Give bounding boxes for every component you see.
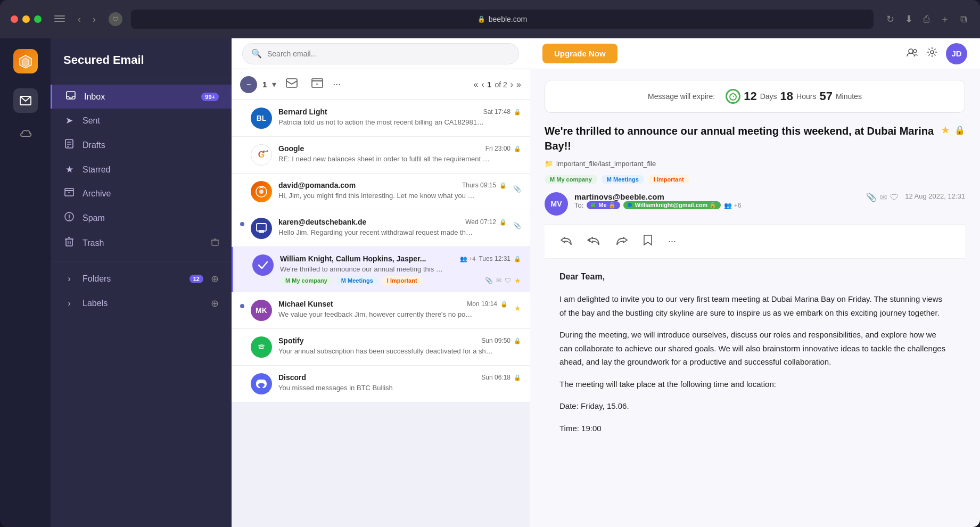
- prev-page-button[interactable]: ‹: [481, 80, 484, 89]
- tag-meetings: M Meetings: [336, 276, 378, 285]
- deselect-button[interactable]: −: [240, 76, 257, 93]
- save-button[interactable]: [639, 231, 656, 252]
- icon-nav-email[interactable]: [13, 88, 38, 113]
- last-page-button[interactable]: »: [516, 80, 521, 89]
- search-bar[interactable]: 🔍: [242, 43, 519, 64]
- search-input[interactable]: [267, 50, 510, 58]
- forward-button[interactable]: ›: [88, 12, 100, 27]
- sender-name: martinovs@beeble.com: [574, 192, 860, 201]
- email-subject-row: We're thrilled to announce our annual me…: [545, 123, 965, 153]
- address-bar[interactable]: 🔒 beeble.com: [131, 10, 874, 29]
- back-button[interactable]: ‹: [73, 12, 85, 27]
- email-preview: We're thrilled to announce our annual me…: [280, 265, 521, 273]
- sent-label: Sent: [83, 116, 219, 126]
- svg-point-27: [259, 190, 263, 194]
- email-item[interactable]: MK Michael Kunset Mon 19:14 🔒 We value y…: [232, 292, 530, 329]
- email-item[interactable]: Spotify Sun 09:50 🔒 Your annual subscrip…: [232, 329, 530, 366]
- email-item[interactable]: david@pomanda.com Thurs 09:15 🔒 Hi, Jim,…: [232, 174, 530, 210]
- archive-icon: [63, 188, 75, 199]
- email-actions-bar: ···: [545, 224, 965, 259]
- lock-icon: 🔒: [514, 256, 521, 262]
- shield-icon: 🛡: [109, 12, 122, 26]
- icon-nav-cloud[interactable]: [13, 121, 38, 146]
- next-page-button[interactable]: ›: [510, 80, 513, 89]
- folders-chevron-icon: ›: [63, 274, 75, 284]
- first-page-button[interactable]: «: [473, 80, 478, 89]
- tag-important: I Important: [382, 276, 423, 285]
- subject-lock-icon: 🔒: [954, 125, 965, 135]
- svg-rect-29: [259, 230, 264, 233]
- more-actions-button[interactable]: ···: [665, 233, 679, 250]
- hours-unit: Hours: [796, 92, 816, 101]
- share-button[interactable]: ⎙: [921, 12, 932, 27]
- minimize-button[interactable]: [22, 15, 30, 23]
- close-button[interactable]: [11, 15, 18, 23]
- sidebar-header: Secured Email: [51, 38, 232, 78]
- email-item[interactable]: karen@deutschebank.de Wed 07:12 🔒 Hello …: [232, 210, 530, 247]
- security-indicator-icon: 🛡: [890, 193, 899, 202]
- toolbar-more-button[interactable]: ···: [333, 79, 341, 90]
- contacts-button[interactable]: [907, 47, 918, 60]
- email-preview: We value your feedback Jim, however curr…: [278, 310, 508, 318]
- reader-tag-meetings: M Meetings: [602, 175, 644, 184]
- archive-toolbar-button[interactable]: [307, 76, 327, 93]
- sidebar-item-drafts[interactable]: Drafts: [51, 133, 232, 158]
- sidebar-item-spam[interactable]: Spam: [51, 205, 232, 230]
- to-me-badge: Me 🔒: [587, 201, 620, 209]
- reader-tag-company: M My company: [545, 175, 597, 184]
- spam-icon: [63, 212, 75, 224]
- top-bar: Upgrade Now: [530, 38, 980, 69]
- select-dropdown-button[interactable]: ▾: [272, 79, 276, 89]
- upgrade-button[interactable]: Upgrade Now: [542, 44, 617, 63]
- sidebar-toggle-button[interactable]: [54, 15, 65, 23]
- to-william-badge: Williamknight@gmail.com 🔒: [623, 201, 721, 209]
- sidebar-item-trash[interactable]: Trash: [51, 230, 232, 256]
- folders-add-icon[interactable]: ⊕: [211, 273, 219, 285]
- download-button[interactable]: ⬇: [903, 11, 915, 27]
- sidebar-item-starred[interactable]: ★ Starred: [51, 158, 232, 182]
- url-text: beeble.com: [489, 15, 527, 23]
- subject-star-icon[interactable]: ★: [941, 123, 950, 136]
- mark-read-button[interactable]: [282, 76, 302, 93]
- reply-all-button[interactable]: [584, 232, 604, 251]
- reply-button[interactable]: [557, 232, 575, 251]
- email-item[interactable]: G Google Fri 23:00 🔒 RE: I need new bala…: [232, 137, 530, 174]
- nav-sidebar: Secured Email Inbox 99+ ➤ Sent: [51, 38, 232, 527]
- user-avatar[interactable]: JD: [946, 43, 967, 64]
- email-time: Fri 23:00: [485, 145, 510, 152]
- email-para3: The meeting will take place at the follo…: [559, 377, 950, 391]
- labels-add-icon[interactable]: ⊕: [211, 298, 219, 309]
- email-item[interactable]: Discord Sun 06:18 🔒 You missed messages …: [232, 366, 530, 402]
- search-icon: 🔍: [251, 48, 262, 59]
- maximize-button[interactable]: [34, 15, 42, 23]
- sidebar-section-folders[interactable]: › Folders 12 ⊕: [51, 267, 232, 291]
- forward-button[interactable]: [613, 232, 631, 251]
- sidebar-section-labels[interactable]: › Labels ⊕: [51, 291, 232, 316]
- email-content: Bernard Light Sat 17:48 🔒 Patricia told …: [278, 108, 521, 126]
- new-tab-button[interactable]: ＋: [938, 11, 952, 28]
- reload-button[interactable]: ↻: [886, 13, 894, 25]
- read-indicator-icon: ✉: [880, 192, 887, 202]
- sidebar-item-archive[interactable]: Archive: [51, 182, 232, 205]
- page-of: of 2: [495, 80, 507, 89]
- subject-icons: ★ 🔒: [941, 123, 965, 136]
- email-item[interactable]: BL Bernard Light Sat 17:48 🔒 Patricia to…: [232, 100, 530, 137]
- reader-tag-important: I Important: [648, 175, 689, 184]
- svg-rect-9: [65, 188, 73, 191]
- email-sender: Discord: [278, 373, 306, 382]
- timer-icon: [726, 89, 740, 104]
- hours-number: 18: [780, 89, 793, 103]
- email-tags: M My company M Meetings I Important 📎 ✉ …: [280, 276, 521, 285]
- sidebar-item-sent[interactable]: ➤ Sent: [51, 109, 232, 133]
- email-time: Sat 17:48: [483, 108, 510, 116]
- labels-label: Labels: [83, 299, 203, 308]
- email-item[interactable]: William Knight, Callum Hopkins, Jasper..…: [232, 247, 530, 292]
- email-sender: karen@deutschebank.de: [278, 218, 366, 226]
- minutes-unit: Minutes: [836, 92, 862, 101]
- settings-button[interactable]: [927, 47, 937, 60]
- email-greeting: Dear Team,: [559, 269, 950, 284]
- labels-chevron-icon: ›: [63, 298, 75, 309]
- traffic-lights: [11, 15, 42, 23]
- sidebar-item-inbox[interactable]: Inbox 99+: [51, 85, 232, 109]
- tabs-button[interactable]: ⧉: [958, 12, 969, 27]
